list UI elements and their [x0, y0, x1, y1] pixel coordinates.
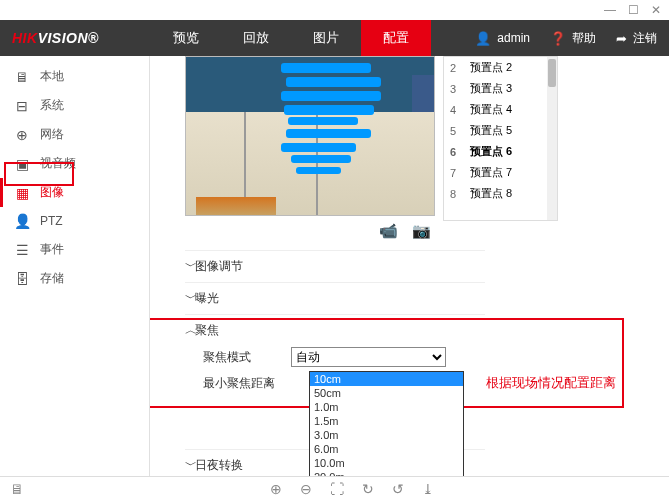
chevron-down-icon: ﹀ — [185, 258, 195, 275]
brand-hik: HIK — [12, 30, 38, 46]
bottom-left-icon[interactable]: 🖥 — [0, 481, 34, 497]
sidebar-item-label: 网络 — [40, 126, 64, 143]
brand-logo: HIKVISION® — [0, 30, 111, 46]
monitor-icon: 🖥 — [14, 69, 30, 85]
focus-min-label: 最小聚焦距离 — [203, 375, 291, 392]
preview-toolbar: 📹 📷 — [185, 216, 435, 250]
av-icon: ▣ — [14, 156, 30, 172]
sidebar-item-ptz[interactable]: 👤PTZ — [0, 207, 149, 235]
storage-icon: 🗄 — [14, 271, 30, 287]
sidebar-item-event[interactable]: ☰事件 — [0, 235, 149, 264]
sidebar-item-image[interactable]: ▦图像 — [0, 178, 149, 207]
window-close[interactable]: ✕ — [651, 3, 661, 17]
chevron-up-icon: ︿ — [185, 322, 195, 339]
sidebar-item-label: 图像 — [40, 184, 64, 201]
logout-link[interactable]: 注销 — [633, 30, 657, 47]
preset-row[interactable]: 7预置点 7 — [444, 162, 557, 183]
dropdown-option[interactable]: 1.5m — [310, 414, 463, 428]
image-icon: ▦ — [14, 185, 30, 201]
focus-mode-select[interactable]: 自动 — [291, 347, 446, 367]
camera-photo-icon[interactable]: 📷 — [412, 222, 431, 240]
section-title: 图像调节 — [195, 259, 243, 273]
section-title: 曝光 — [195, 291, 219, 305]
preset-row[interactable]: 5预置点 5 — [444, 120, 557, 141]
sidebar-item-storage[interactable]: 🗄存储 — [0, 264, 149, 293]
dropdown-option[interactable]: 6.0m — [310, 442, 463, 456]
network-icon: ⊕ — [14, 127, 30, 143]
preset-label: 预置点 8 — [470, 186, 512, 201]
section-header[interactable]: ︿聚焦 — [185, 320, 485, 341]
section-exposure: ﹀曝光 — [185, 282, 485, 314]
fullscreen-icon[interactable]: ⛶ — [330, 481, 344, 497]
preset-label: 预置点 2 — [470, 60, 512, 75]
brand-reg: ® — [88, 30, 99, 46]
window-maximize[interactable]: ☐ — [628, 3, 639, 17]
ptz-icon: 👤 — [14, 213, 30, 229]
focus-mode-label: 聚焦模式 — [203, 349, 291, 366]
sidebar-item-label: 系统 — [40, 97, 64, 114]
zoom-out-icon[interactable]: ⊖ — [300, 481, 312, 497]
preset-num: 8 — [450, 188, 464, 200]
preset-row[interactable]: 2预置点 2 — [444, 57, 557, 78]
bottom-tools: ⊕ ⊖ ⛶ ↻ ↺ ⤓ — [270, 481, 434, 497]
section-header[interactable]: ﹀曝光 — [185, 288, 485, 309]
video-preview — [185, 56, 435, 216]
user-label[interactable]: admin — [497, 31, 530, 45]
preset-row[interactable]: 3预置点 3 — [444, 78, 557, 99]
dropdown-option[interactable]: 20.0m — [310, 470, 463, 476]
event-icon: ☰ — [14, 242, 30, 258]
dropdown-option[interactable]: 1.0m — [310, 400, 463, 414]
download-icon[interactable]: ⤓ — [422, 481, 434, 497]
preset-label: 预置点 3 — [470, 81, 512, 96]
chevron-down-icon: ﹀ — [185, 457, 195, 474]
sidebar-item-label: 事件 — [40, 241, 64, 258]
zoom-in-icon[interactable]: ⊕ — [270, 481, 282, 497]
sidebar-item-av[interactable]: ▣视音频 — [0, 149, 149, 178]
sidebar: 🖥本地 ⊟系统 ⊕网络 ▣视音频 ▦图像 👤PTZ ☰事件 🗄存储 — [0, 56, 150, 476]
focus-distance-dropdown[interactable]: 10cm 50cm 1.0m 1.5m 3.0m 6.0m 10.0m 20.0… — [309, 371, 464, 476]
preset-num: 3 — [450, 83, 464, 95]
redo-icon[interactable]: ↻ — [362, 481, 374, 497]
sidebar-item-local[interactable]: 🖥本地 — [0, 62, 149, 91]
help-icon: ❓ — [550, 31, 566, 46]
undo-icon[interactable]: ↺ — [392, 481, 404, 497]
preset-label: 预置点 5 — [470, 123, 512, 138]
preset-row[interactable]: 4预置点 4 — [444, 99, 557, 120]
window-minimize[interactable]: — — [604, 3, 616, 17]
sidebar-item-system[interactable]: ⊟系统 — [0, 91, 149, 120]
nav-playback[interactable]: 回放 — [221, 20, 291, 56]
preset-label: 预置点 7 — [470, 165, 512, 180]
dropdown-option[interactable]: 50cm — [310, 386, 463, 400]
nav-picture[interactable]: 图片 — [291, 20, 361, 56]
main-area: 🖥本地 ⊟系统 ⊕网络 ▣视音频 ▦图像 👤PTZ ☰事件 🗄存储 — [0, 56, 669, 476]
preset-num: 6 — [450, 146, 464, 158]
dropdown-option[interactable]: 10.0m — [310, 456, 463, 470]
preset-row[interactable]: 8预置点 8 — [444, 183, 557, 204]
nav-preview[interactable]: 预览 — [151, 20, 221, 56]
preset-row[interactable]: 6预置点 6 — [444, 141, 557, 162]
sidebar-item-label: PTZ — [40, 214, 63, 228]
preset-label: 预置点 6 — [470, 144, 512, 159]
help-link[interactable]: 帮助 — [572, 30, 596, 47]
sidebar-item-label: 存储 — [40, 270, 64, 287]
camera-video-icon[interactable]: 📹 — [379, 222, 398, 240]
dropdown-option[interactable]: 10cm — [310, 372, 463, 386]
annotation-text: 根据现场情况配置距离 — [486, 374, 616, 392]
section-title: 聚焦 — [195, 323, 219, 337]
dropdown-option[interactable]: 3.0m — [310, 428, 463, 442]
preset-num: 2 — [450, 62, 464, 74]
brand-vision: VISION — [38, 30, 88, 46]
window-titlebar: — ☐ ✕ — [0, 0, 669, 20]
nav-right: 👤 admin ❓ 帮助 ➦ 注销 — [475, 30, 669, 47]
system-icon: ⊟ — [14, 98, 30, 114]
section-header[interactable]: ﹀图像调节 — [185, 256, 485, 277]
preset-num: 7 — [450, 167, 464, 179]
preset-num: 5 — [450, 125, 464, 137]
preset-list[interactable]: 2预置点 2 3预置点 3 4预置点 4 5预置点 5 6预置点 6 7预置点 … — [443, 56, 558, 221]
sidebar-item-network[interactable]: ⊕网络 — [0, 120, 149, 149]
preset-num: 4 — [450, 104, 464, 116]
chevron-down-icon: ﹀ — [185, 290, 195, 307]
bottom-bar: 🖥 ⊕ ⊖ ⛶ ↻ ↺ ⤓ — [0, 476, 669, 500]
nav-config[interactable]: 配置 — [361, 20, 431, 56]
preset-label: 预置点 4 — [470, 102, 512, 117]
